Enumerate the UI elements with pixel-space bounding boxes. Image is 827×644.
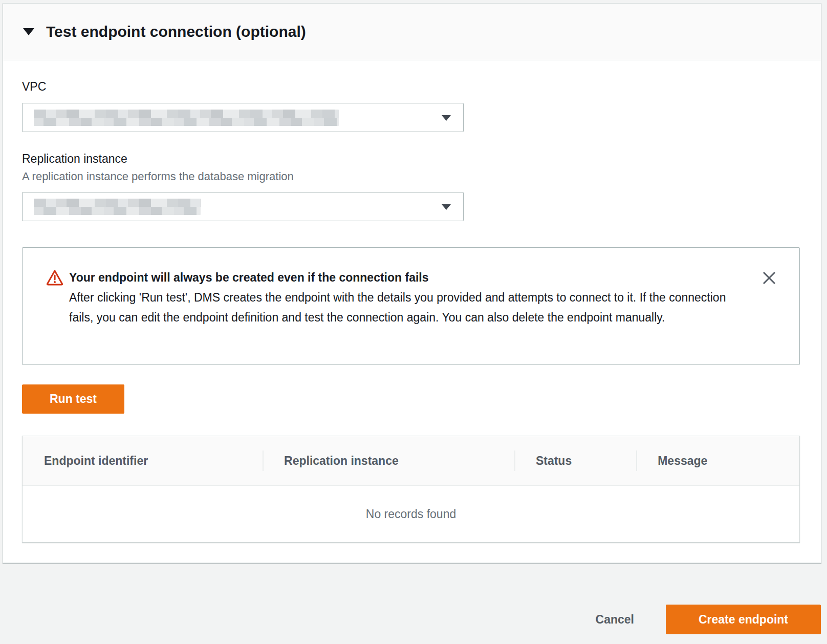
alert-close-button[interactable] <box>761 270 777 286</box>
column-header-status: Status <box>514 454 636 468</box>
warning-alert-text: Your endpoint will always be created eve… <box>69 268 739 328</box>
vpc-redacted-value <box>34 110 339 126</box>
column-header-replication-instance: Replication instance <box>263 454 514 468</box>
connection-results-table: Endpoint identifier Replication instance… <box>22 436 800 543</box>
vpc-label: VPC <box>22 80 46 94</box>
vpc-select[interactable] <box>22 103 464 132</box>
replication-select-caret-down-icon <box>442 204 451 210</box>
replication-instance-label: Replication instance <box>22 152 127 166</box>
replication-instance-description: A replication instance performs the data… <box>22 170 294 183</box>
section-title: Test endpoint connection (optional) <box>46 23 306 40</box>
create-endpoint-button[interactable]: Create endpoint <box>666 605 821 634</box>
footer-actions: Cancel Create endpoint <box>596 605 821 634</box>
warning-alert: Your endpoint will always be created eve… <box>22 247 800 365</box>
cancel-button[interactable]: Cancel <box>596 613 634 627</box>
column-header-endpoint-identifier: Endpoint identifier <box>23 454 263 468</box>
vpc-select-caret-down-icon <box>442 115 451 121</box>
table-header-row: Endpoint identifier Replication instance… <box>23 436 799 486</box>
expander-triangle-down-icon <box>23 28 34 35</box>
replication-instance-select[interactable] <box>22 192 464 221</box>
close-icon <box>761 270 777 286</box>
test-endpoint-panel: Test endpoint connection (optional) VPC … <box>3 3 821 563</box>
warning-triangle-icon <box>46 269 63 288</box>
no-records-message: No records found <box>366 507 456 521</box>
warning-alert-body: After clicking 'Run test', DMS creates t… <box>69 288 739 328</box>
table-empty-state: No records found <box>23 486 799 542</box>
warning-alert-title: Your endpoint will always be created eve… <box>69 268 739 288</box>
run-test-button[interactable]: Run test <box>22 384 124 414</box>
replication-instance-redacted-value <box>34 199 201 215</box>
section-header-test-endpoint[interactable]: Test endpoint connection (optional) <box>3 4 821 60</box>
column-header-message: Message <box>636 454 799 468</box>
